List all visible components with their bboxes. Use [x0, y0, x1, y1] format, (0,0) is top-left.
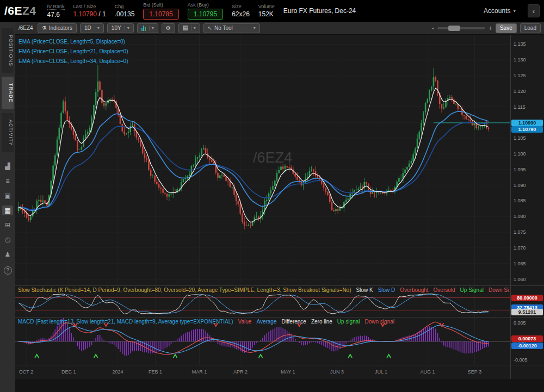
- volume-value: 152K: [258, 10, 274, 18]
- apps-icon[interactable]: ⊞: [2, 220, 13, 230]
- macd-chart[interactable]: [15, 318, 510, 365]
- macd-tick-label: 0.005: [514, 320, 526, 326]
- chart-panel: /6EZ4 ⚗ Indicators 1D▾ 10Y▾ ▾ ⚙: [15, 22, 544, 392]
- up-signal-marker: [35, 354, 39, 358]
- zoom-slider[interactable]: [437, 27, 485, 29]
- zoom-in-button[interactable]: +: [489, 24, 492, 32]
- cursor-icon: ↖: [208, 25, 212, 31]
- legend-item: Slow K: [356, 287, 373, 293]
- collapse-panel-button[interactable]: ‹: [528, 4, 540, 17]
- date-label: 2024: [112, 369, 123, 375]
- time-axis[interactable]: OCT 2DEC 12024FEB 1MAR 1APR 2MAY 1JUN 3J…: [15, 365, 510, 379]
- chevron-down-icon: ▾: [95, 26, 100, 30]
- notes-icon[interactable]: ▣: [2, 191, 13, 201]
- change-label: Chg: [115, 4, 124, 9]
- grid-chart-icon[interactable]: ▦: [2, 206, 13, 215]
- price-tick-label: 1.060: [514, 277, 526, 282]
- candlestick-icon: [141, 26, 146, 31]
- bid-button[interactable]: 1.10785: [143, 9, 178, 20]
- price-tick-label: 1.095: [514, 167, 526, 172]
- axis-corner: [510, 365, 544, 379]
- drawing-tool-dropdown[interactable]: ↖ No Tool ▾: [203, 23, 260, 33]
- iv-rank-value: 47.6: [47, 11, 60, 18]
- quote-header: /6EZ4 IV Rank 47.6 Last / Size 1.10790 /…: [0, 0, 544, 22]
- macd-tag: 0.00073: [511, 335, 543, 342]
- list-icon[interactable]: ≡: [2, 176, 13, 186]
- layout-dropdown[interactable]: ▾: [178, 23, 200, 33]
- legend-item: Difference: [282, 319, 306, 325]
- price-tick-label: 1.120: [514, 89, 526, 94]
- left-sidebar: POSITIONSTRADEACTIVITY ▟≡▣▦⊞◷♟?: [0, 22, 15, 392]
- chevron-left-icon: ‹: [533, 7, 535, 15]
- sidebar-tab-activity[interactable]: ACTIVITY: [2, 113, 14, 153]
- stochastic-tag: 80.00000: [511, 295, 543, 301]
- price-tick-label: 1.105: [514, 135, 526, 141]
- study-title: MACD (Fast length=13, Slow length=21, MA…: [18, 319, 233, 325]
- ask-button[interactable]: 1.10795: [188, 9, 223, 20]
- ask-label: Ask (Buy): [188, 2, 209, 8]
- chart-settings-button[interactable]: ⚙: [162, 23, 175, 33]
- volume-field: Volume 152K: [258, 4, 275, 18]
- ask-field: Ask (Buy) 1.10795: [188, 2, 223, 20]
- size-label: Size: [232, 4, 242, 9]
- candlestick-chart[interactable]: /6EZ4: [15, 35, 510, 285]
- legend-item: Up Signal: [460, 287, 484, 293]
- legend-item: Up signal: [337, 319, 360, 325]
- users-icon[interactable]: ♟: [2, 250, 13, 259]
- legend-item: Down signal: [365, 319, 394, 325]
- legend-item: Zero line: [311, 319, 332, 325]
- macd-legend: MACD (Fast length=13, Slow length=21, MA…: [18, 319, 509, 325]
- macd-axis: 0.0050.000-0.0050.00073-0.00120: [510, 318, 544, 365]
- chart-symbol-label: /6EZ4: [18, 25, 33, 31]
- ema-label: EMA (Price=CLOSE, Length=5, Displace=0): [18, 37, 128, 47]
- sidebar-tab-positions[interactable]: POSITIONS: [2, 28, 14, 73]
- study-labels: EMA (Price=CLOSE, Length=5, Displace=0) …: [18, 37, 128, 66]
- stochastic-pane[interactable]: Slow Stochastic (K Period=14, D Period=9…: [15, 286, 510, 317]
- price-tick-label: 1.085: [514, 198, 526, 203]
- stochastic-legend: Slow Stochastic (K Period=14, D Period=9…: [18, 287, 509, 293]
- date-label: JUN 3: [330, 369, 344, 375]
- date-label: DEC 1: [61, 369, 76, 375]
- change-value: .00135: [115, 10, 135, 18]
- legend-item: Slow D: [378, 287, 395, 293]
- stochastic-tag: 9.51201: [511, 309, 543, 315]
- ema-label: EMA (Price=CLOSE, Length=21, Displace=0): [18, 47, 128, 57]
- price-axis[interactable]: 1.1351.1301.1251.1201.1151.1101.1051.100…: [510, 35, 544, 285]
- legend-item: Average: [256, 319, 276, 325]
- macd-pane[interactable]: MACD (Fast length=13, Slow length=21, MA…: [15, 318, 510, 365]
- accounts-dropdown[interactable]: Accounts▾: [480, 5, 519, 17]
- chart-type-dropdown[interactable]: ▾: [137, 23, 158, 33]
- chart-toolbar: /6EZ4 ⚗ Indicators 1D▾ 10Y▾ ▾ ⚙: [15, 22, 544, 35]
- chart-icon[interactable]: ▟: [2, 161, 13, 171]
- stochastic-axis: 80.0000032.784139.51201: [510, 286, 544, 317]
- indicators-button[interactable]: ⚗ Indicators: [38, 23, 77, 33]
- range-dropdown[interactable]: 10Y▾: [107, 23, 134, 33]
- legend-item: Overbought: [400, 287, 428, 293]
- layout-grid-icon: [183, 26, 188, 30]
- up-signal-marker: [387, 354, 391, 358]
- date-label: OCT 2: [19, 369, 33, 375]
- legend-item: Oversold: [434, 287, 455, 293]
- flask-icon: ⚗: [42, 25, 47, 31]
- save-button[interactable]: Save: [496, 23, 517, 33]
- date-label: SEP 3: [468, 369, 481, 375]
- chevron-down-icon: ▾: [251, 26, 256, 30]
- sidebar-tab-trade[interactable]: TRADE: [2, 77, 14, 109]
- price-tick-label: 1.115: [514, 104, 526, 110]
- date-label: MAR 1: [192, 369, 207, 375]
- up-signal-marker: [174, 354, 177, 358]
- date-label: MAY 1: [281, 369, 295, 375]
- price-tick-label: 1.125: [514, 73, 526, 78]
- zoom-slider-handle[interactable]: [448, 26, 460, 31]
- bottom-filler: [15, 379, 544, 392]
- zoom-out-button[interactable]: -: [432, 24, 434, 32]
- aggregation-dropdown[interactable]: 1D▾: [80, 23, 104, 33]
- price-tick-label: 1.135: [514, 41, 526, 47]
- help-icon[interactable]: ?: [4, 266, 12, 275]
- up-signal-marker: [94, 354, 98, 358]
- history-icon[interactable]: ◷: [2, 235, 13, 245]
- load-button[interactable]: Load: [520, 23, 541, 33]
- price-tick-label: 1.090: [514, 183, 526, 188]
- price-chart[interactable]: EMA (Price=CLOSE, Length=5, Displace=0) …: [15, 35, 510, 285]
- svg-text:/6EZ4: /6EZ4: [253, 150, 292, 166]
